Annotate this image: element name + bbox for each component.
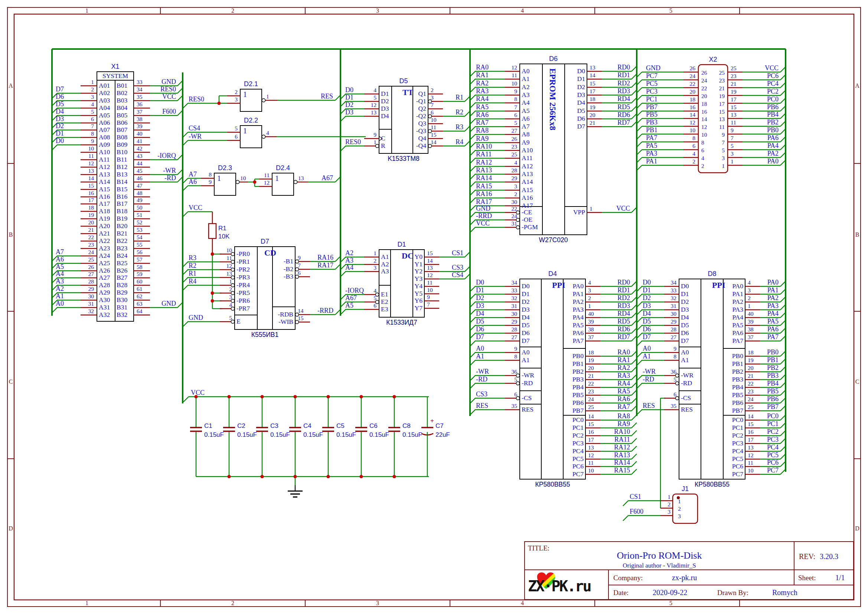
- net-label: -WR: [189, 133, 202, 140]
- component-value: 0.15uF: [336, 432, 356, 438]
- bus-entry: [780, 423, 786, 428]
- pin-name: -OE: [522, 216, 532, 223]
- net-label: D2: [345, 101, 353, 108]
- net-label: RA3: [476, 88, 488, 94]
- pin-number: 3: [588, 288, 591, 294]
- pin-name: A0: [522, 68, 529, 75]
- frame-row-label: A: [9, 83, 13, 89]
- pin-number: 34: [136, 87, 143, 92]
- bus-entry: [780, 469, 786, 474]
- net-label: PA7: [767, 334, 778, 340]
- pin-name: RES: [681, 406, 693, 413]
- net-label: RD3: [617, 302, 630, 309]
- inversion-circle: [294, 180, 297, 183]
- pin-name: D6: [522, 330, 529, 337]
- pin-name: PC4: [572, 448, 584, 455]
- pin-number: 41: [136, 138, 143, 144]
- ic-function-label: PPI: [552, 281, 565, 289]
- pin-number: 42: [136, 146, 143, 152]
- pin-number: 12: [226, 263, 232, 269]
- net-label: PB4: [767, 380, 778, 387]
- net-label: PB5: [767, 388, 778, 395]
- component-ref: C7: [436, 423, 444, 429]
- gate-function-label: 1: [275, 174, 279, 182]
- pin-name: PC7: [732, 471, 743, 478]
- inversion-circle: [236, 180, 239, 183]
- bus-entry: [780, 152, 786, 157]
- net-label: RA4: [476, 95, 488, 102]
- pin-number: 1: [229, 278, 232, 284]
- net-label: D5: [476, 318, 484, 325]
- inversion-circle: [262, 98, 265, 102]
- bus-entry: [637, 353, 642, 358]
- net-label: PA5: [767, 318, 778, 325]
- net-label: GND: [646, 65, 660, 72]
- net-label: RA2: [476, 80, 488, 87]
- pin-number: 30: [512, 199, 518, 205]
- net-label: RD2: [617, 295, 630, 301]
- pin-name: Y3: [415, 276, 423, 282]
- pin-name: PB1: [572, 361, 584, 367]
- pin-number: 13: [88, 168, 94, 174]
- pin-name: Y1: [415, 261, 423, 268]
- net-label: A0: [476, 345, 484, 352]
- pin-name: B18: [116, 208, 127, 215]
- pin-number: 25: [88, 256, 94, 263]
- bus-entry: [780, 129, 786, 134]
- pin-number: 10: [240, 175, 246, 181]
- pin-number: 11: [512, 72, 517, 78]
- pin-name: B14: [116, 179, 127, 185]
- pin-number: 13: [731, 112, 736, 118]
- pin-name: PC0: [732, 417, 743, 423]
- title-cell: TITLE: Orion-Pro ROM-Disk Original autho…: [524, 541, 795, 570]
- pin-name: -B3: [284, 274, 293, 280]
- pin-name: D1: [522, 291, 529, 297]
- bus-entry: [183, 270, 188, 275]
- bus-entry: [341, 109, 346, 114]
- net-label: RA1: [617, 357, 630, 363]
- pin-name: D4: [381, 113, 389, 120]
- pin-number: 37: [748, 334, 754, 340]
- ic-function-label: DC: [402, 252, 414, 260]
- pin-number: 62: [136, 294, 143, 299]
- pin-number: 2: [748, 295, 751, 301]
- pin-name: A18: [99, 208, 110, 215]
- bus-entry: [637, 95, 642, 101]
- pin-number: 29: [88, 286, 94, 292]
- bus-entry: [470, 119, 475, 124]
- pin-name: 8: [701, 140, 704, 146]
- net-label: PA4: [767, 142, 778, 149]
- frame-row-label: D: [9, 525, 13, 532]
- pin-number: 12: [371, 102, 377, 108]
- pin-name: -RD: [522, 380, 533, 387]
- pin-name: B10: [116, 149, 127, 155]
- pin-name: A7: [522, 123, 529, 130]
- component-ref: C6: [369, 423, 378, 429]
- pin-name: 24: [701, 78, 707, 84]
- bus-entry: [637, 134, 642, 139]
- pin-number: 2: [588, 295, 591, 301]
- pin-name: 26: [701, 70, 707, 76]
- net-label: PB3: [646, 119, 657, 126]
- pin-number: 21: [748, 373, 754, 379]
- net-label: -WR: [163, 167, 176, 174]
- pin-number: 5: [514, 377, 517, 382]
- bus-entry: [780, 461, 786, 466]
- pin-name: A24: [99, 253, 110, 259]
- component-ref: C2: [237, 423, 245, 429]
- net-label: A0: [643, 345, 651, 352]
- bus-entry: [470, 111, 475, 116]
- bus-entry: [631, 461, 637, 466]
- bus-entry: [470, 410, 475, 415]
- net-label: RD6: [617, 326, 630, 333]
- net-label: F600: [630, 508, 643, 515]
- bus-entry: [631, 406, 637, 411]
- title-block: TITLE: Orion-Pro ROM-Disk Original autho…: [524, 541, 854, 600]
- pin-number: 22: [88, 235, 94, 240]
- net-label: PB7: [646, 104, 657, 110]
- junction-dot: [260, 475, 264, 479]
- pin-number: 10: [690, 127, 696, 133]
- pin-name: D2: [681, 298, 689, 305]
- company-value: zx-pk.ru: [672, 574, 697, 582]
- component-ref: D2.1: [244, 81, 258, 87]
